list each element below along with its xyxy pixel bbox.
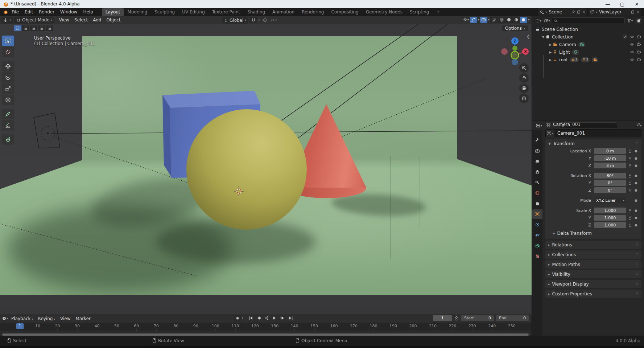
outliner-row-scene-collection[interactable]: Scene Collection	[532, 25, 644, 33]
lock-icon[interactable]	[626, 149, 633, 153]
new-scene-icon[interactable]	[577, 10, 581, 14]
viewport-menu-object[interactable]: Object	[104, 17, 123, 22]
value-field[interactable]: 1.000	[594, 215, 626, 221]
lock-icon[interactable]	[626, 208, 633, 213]
properties-tab-object[interactable]	[532, 209, 542, 219]
value-field[interactable]: 1.000	[594, 208, 626, 213]
properties-tab-world[interactable]	[532, 188, 542, 198]
menubar-item-edit[interactable]: Edit	[22, 8, 36, 16]
delta-transform-subpanel[interactable]: ▸ Delta Transform	[545, 229, 641, 237]
menubar-item-file[interactable]: File	[9, 8, 22, 16]
outliner-row-collection[interactable]: ▼Collection	[532, 33, 644, 41]
timeline-menu-marker[interactable]: Marker	[73, 316, 93, 321]
tool-move[interactable]	[2, 61, 14, 71]
snap-toggle[interactable]	[249, 17, 257, 23]
outliner-display-mode-button[interactable]: ▾	[543, 18, 550, 24]
shading-solid-button[interactable]	[505, 17, 513, 23]
tool-measure[interactable]	[2, 120, 14, 131]
jump-to-start-button[interactable]	[247, 315, 254, 321]
previous-keyframe-button[interactable]	[255, 315, 262, 321]
lock-icon[interactable]	[626, 216, 633, 220]
editor-type-button[interactable]: ▾	[1, 17, 13, 24]
orientation-dropdown[interactable]: Global ▾	[222, 17, 248, 24]
timeline-editor-type-button[interactable]: ▾	[1, 315, 9, 322]
select-mode-invert[interactable]	[38, 25, 45, 31]
animate-decorator-icon[interactable]: ●	[633, 198, 639, 202]
play-button[interactable]	[271, 315, 278, 321]
animate-decorator-icon[interactable]: ●	[633, 216, 639, 220]
camera-restrict-icon[interactable]	[637, 34, 641, 39]
viewport-menu-view[interactable]: View	[57, 17, 72, 22]
section-motion-paths[interactable]: ▸Motion Paths⠿	[545, 260, 641, 269]
workspace-tab-geometry-nodes[interactable]: Geometry Nodes	[362, 8, 406, 16]
timeline-menu-playback[interactable]: Playback ▾	[9, 316, 36, 321]
eye-icon[interactable]	[629, 50, 635, 54]
jump-to-end-button[interactable]	[287, 315, 294, 321]
lock-icon[interactable]	[626, 163, 633, 168]
select-mode-intersect[interactable]	[46, 25, 53, 31]
outliner-filter-button[interactable]: ▾	[626, 18, 633, 24]
mode-dropdown[interactable]: XYZ Euler▾	[594, 197, 626, 203]
workspace-tab-shading[interactable]: Shading	[244, 8, 269, 16]
viewport-menu-select[interactable]: Select	[72, 17, 90, 22]
section-relations[interactable]: ▸Relations⠿	[545, 241, 641, 249]
timeline-track-area[interactable]	[0, 331, 532, 333]
properties-tab-object-data[interactable]	[532, 241, 542, 250]
lock-icon[interactable]	[626, 188, 633, 193]
camera-restrict-icon[interactable]	[637, 50, 641, 54]
tool-annotate[interactable]	[2, 109, 14, 119]
workspace-tab-scripting[interactable]: Scripting	[406, 8, 433, 16]
scene-selector[interactable]: ▾ Scene ✕	[538, 8, 587, 16]
play-reverse-button[interactable]	[263, 315, 270, 321]
gizmos-chevron[interactable]: ▾	[478, 18, 479, 21]
outliner-search-input[interactable]	[552, 17, 625, 24]
auto-keying-button[interactable]	[234, 315, 241, 321]
tool-rotate[interactable]	[2, 72, 14, 83]
expander-icon[interactable]: ▶	[548, 50, 553, 54]
expander-icon[interactable]: ▶	[548, 43, 553, 46]
lock-icon[interactable]	[626, 173, 633, 178]
use-preview-range-icon[interactable]	[454, 316, 459, 321]
outliner-row-root[interactable]: ▶root52	[532, 56, 644, 64]
close-button[interactable]: ✕	[629, 0, 644, 8]
section-viewport-display[interactable]: ▸Viewport Display⠿	[545, 280, 641, 288]
section-custom-properties[interactable]: ▸Custom Properties⠿	[545, 290, 641, 298]
tool-transform[interactable]	[2, 95, 14, 105]
animate-decorator-icon[interactable]: ●	[633, 209, 639, 212]
shading-material-button[interactable]	[513, 17, 520, 23]
menubar-item-help[interactable]: Help	[80, 8, 96, 16]
camera-restrict-icon[interactable]	[637, 42, 641, 47]
select-mode-subtract[interactable]	[30, 25, 37, 31]
properties-tab-physics[interactable]	[532, 230, 542, 240]
maximize-button[interactable]: ▢	[615, 0, 629, 8]
snap-settings-chevron[interactable]: ▾	[258, 19, 260, 22]
current-frame-field[interactable]: 1	[433, 315, 452, 321]
properties-tab-collection[interactable]	[532, 199, 542, 208]
frame-end-field[interactable]: End 0	[496, 315, 529, 321]
xray-toggle[interactable]	[490, 17, 498, 23]
overlays-toggle[interactable]	[480, 17, 487, 23]
tool-cursor[interactable]	[2, 47, 14, 57]
new-viewlayer-icon[interactable]	[631, 10, 635, 14]
workspace-tab-compositing[interactable]: Compositing	[327, 8, 362, 16]
overlays-chevron[interactable]: ▾	[488, 18, 490, 21]
expander-icon[interactable]: ▼	[541, 35, 545, 39]
value-field[interactable]: -10 m	[594, 155, 626, 161]
outliner-row-light[interactable]: ▶Light	[532, 48, 644, 56]
value-field[interactable]: 0°	[594, 180, 626, 186]
workspace-tab-rendering[interactable]: Rendering	[298, 8, 327, 16]
transform-panel-header[interactable]: ▼ Transform ⠿	[545, 139, 641, 148]
gizmo-x-neg-ball[interactable]	[501, 48, 508, 55]
workspace-tab-animation[interactable]: Animation	[269, 8, 298, 16]
value-field[interactable]: 1.000	[594, 222, 626, 228]
animate-decorator-icon[interactable]: ●	[633, 181, 639, 185]
falloff-dropdown[interactable]: ▾	[270, 17, 277, 23]
animate-decorator-icon[interactable]: ●	[633, 223, 639, 227]
gizmo-y-ball[interactable]	[512, 46, 517, 51]
select-mode-set[interactable]	[14, 25, 21, 31]
properties-tab-constraints[interactable]	[532, 220, 542, 229]
viewport-3d[interactable]: ▾ Object Mode ▾ ViewSelectAddObject Glob…	[0, 16, 532, 314]
eye-icon[interactable]	[629, 42, 635, 47]
animate-decorator-icon[interactable]: ●	[633, 164, 639, 167]
menubar-item-window[interactable]: Window	[57, 8, 80, 16]
